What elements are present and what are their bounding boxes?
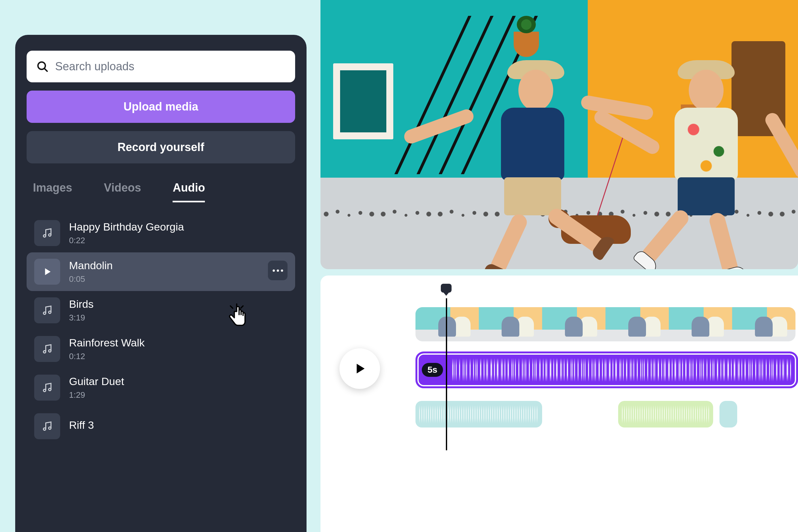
canvas-preview[interactable] xyxy=(321,0,798,269)
svg-point-6 xyxy=(43,350,46,353)
music-note-icon xyxy=(41,343,53,355)
audio-item[interactable]: Rainforest Walk 0:12 xyxy=(26,330,295,368)
svg-point-3 xyxy=(49,234,51,236)
svg-point-7 xyxy=(49,349,51,352)
audio-thumbnail xyxy=(34,220,60,246)
svg-point-9 xyxy=(49,388,51,391)
audio-thumbnail xyxy=(34,336,60,362)
music-note-icon xyxy=(41,382,53,393)
waveform-icon xyxy=(419,405,538,424)
music-note-icon xyxy=(41,305,53,316)
uploads-tabs: Images Videos Audio xyxy=(26,172,295,202)
search-field[interactable] xyxy=(26,51,295,82)
audio-list: Happy Birthday Georgia 0:22 Mandolin 0:0… xyxy=(26,214,295,445)
play-icon xyxy=(42,267,52,277)
video-track[interactable] xyxy=(416,307,796,341)
audio-title: Rainforest Walk xyxy=(69,337,145,349)
search-icon xyxy=(36,60,49,73)
music-note-icon xyxy=(41,227,53,239)
timeline: 5s xyxy=(321,276,798,532)
tab-audio[interactable]: Audio xyxy=(173,181,205,202)
audio-duration: 0:05 xyxy=(69,274,113,284)
record-yourself-button[interactable]: Record yourself xyxy=(26,131,295,164)
music-note-icon xyxy=(41,420,53,432)
waveform-icon xyxy=(452,359,792,381)
playhead-line[interactable] xyxy=(446,298,447,450)
svg-point-11 xyxy=(49,427,51,430)
upload-media-button[interactable]: Upload media xyxy=(26,91,295,123)
audio-track-main[interactable]: 5s xyxy=(416,352,798,388)
audio-duration: 0:22 xyxy=(69,235,184,245)
search-input[interactable] xyxy=(55,60,286,73)
audio-duration: 3:19 xyxy=(69,313,93,323)
audio-item-selected[interactable]: Mandolin 0:05 xyxy=(26,252,295,291)
more-icon xyxy=(273,269,283,272)
clip-duration-chip: 5s xyxy=(422,363,443,377)
svg-point-4 xyxy=(43,312,46,315)
audio-duration: 0:12 xyxy=(69,352,145,361)
playhead-marker[interactable] xyxy=(441,284,452,292)
audio-duration: 1:29 xyxy=(69,390,124,400)
audio-item[interactable]: Birds 3:19 xyxy=(26,291,295,330)
preview-scene xyxy=(321,0,798,269)
audio-title: Mandolin xyxy=(69,259,113,272)
audio-thumbnail xyxy=(34,297,60,323)
audio-clip[interactable] xyxy=(416,401,542,428)
audio-item[interactable]: Guitar Duet 1:29 xyxy=(26,368,295,407)
audio-thumbnail-play[interactable] xyxy=(34,259,60,285)
audio-title: Guitar Duet xyxy=(69,375,124,387)
tab-images[interactable]: Images xyxy=(33,181,72,202)
audio-item[interactable]: Happy Birthday Georgia 0:22 xyxy=(26,214,295,252)
more-options-button[interactable] xyxy=(268,261,287,280)
audio-clip[interactable] xyxy=(618,401,713,428)
uploads-sidebar: Upload media Record yourself Images Vide… xyxy=(15,35,306,532)
svg-point-10 xyxy=(43,428,46,430)
audio-title: Happy Birthday Georgia xyxy=(69,221,184,233)
svg-point-5 xyxy=(49,311,51,314)
play-icon xyxy=(353,361,367,376)
timeline-play-button[interactable] xyxy=(340,348,380,389)
audio-clip[interactable] xyxy=(720,401,737,428)
audio-thumbnail xyxy=(34,375,60,401)
audio-item[interactable]: Riff 3 xyxy=(26,407,295,445)
svg-point-8 xyxy=(43,389,46,392)
tab-videos[interactable]: Videos xyxy=(104,181,141,202)
audio-thumbnail xyxy=(34,413,60,439)
audio-title: Birds xyxy=(69,298,93,310)
svg-line-1 xyxy=(45,69,47,71)
waveform-icon xyxy=(622,405,709,424)
svg-point-2 xyxy=(43,235,46,237)
audio-title: Riff 3 xyxy=(69,419,94,431)
